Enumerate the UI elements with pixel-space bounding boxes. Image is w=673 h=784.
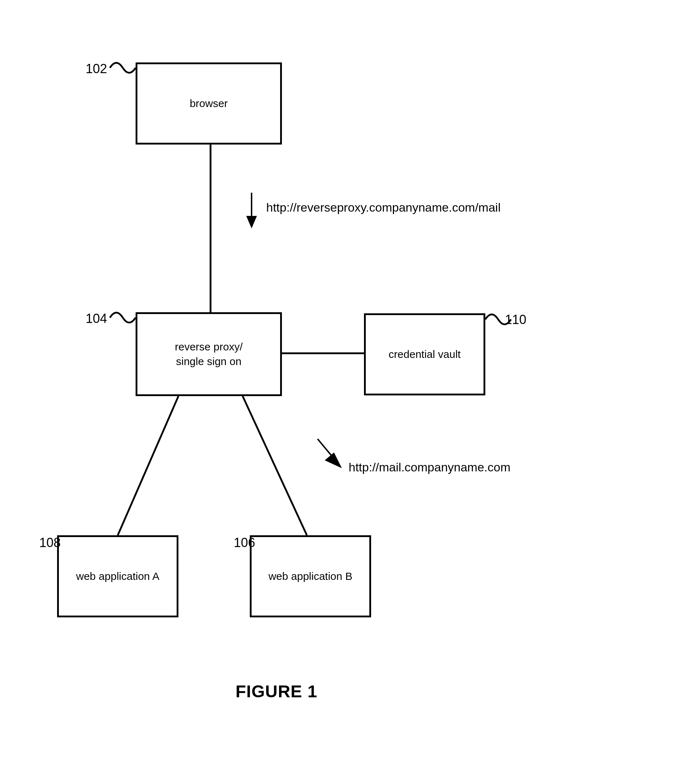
node-vault: credential vault	[364, 313, 485, 395]
node-app-a-label: web application A	[76, 569, 160, 584]
svg-marker-5	[246, 216, 257, 229]
ref-proxy: 104	[79, 311, 107, 326]
figure-caption: FIGURE 1	[236, 681, 317, 701]
node-vault-label: credential vault	[389, 347, 461, 362]
node-proxy-label: reverse proxy/ single sign on	[175, 340, 242, 369]
ref-app-a: 108	[32, 535, 61, 550]
svg-line-3	[242, 396, 307, 535]
annotation-url-top: http://reverseproxy.companyname.com/mail	[266, 201, 500, 215]
node-proxy: reverse proxy/ single sign on	[135, 312, 282, 396]
svg-line-6	[318, 439, 336, 460]
svg-marker-7	[325, 453, 342, 468]
ref-browser: 102	[79, 61, 107, 76]
ref-app-b: 106	[227, 535, 255, 550]
node-app-a: web application A	[57, 535, 179, 618]
diagram-connectors	[0, 0, 673, 784]
svg-line-2	[118, 396, 179, 535]
node-browser-label: browser	[190, 96, 228, 111]
node-browser: browser	[135, 62, 282, 145]
ref-vault: 110	[505, 312, 537, 327]
annotation-url-bottom: http://mail.companyname.com	[349, 460, 511, 474]
node-app-b: web application B	[250, 535, 371, 618]
node-app-b-label: web application B	[268, 569, 352, 584]
